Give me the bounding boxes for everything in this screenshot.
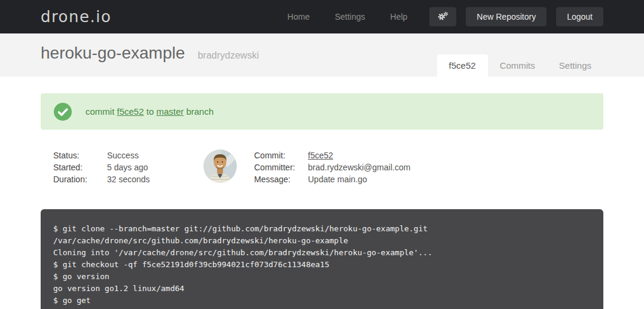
new-repository-button[interactable]: New Repository [466, 7, 547, 26]
build-success-banner: commit f5ce52 to master branch [41, 93, 603, 130]
repo-owner: bradrydzewski [198, 50, 259, 60]
started-label: Started: [53, 161, 107, 173]
commit-link[interactable]: f5ce52 [117, 106, 144, 117]
console-line: Cloning into '/var/cache/drone/src/githu… [53, 247, 591, 259]
started-row: Started:5 days ago [53, 161, 203, 173]
top-navbar: drone.io Home Settings Help New Reposito… [0, 0, 644, 33]
status-label: Status: [53, 149, 107, 161]
committer-label: Committer: [254, 161, 308, 173]
console-line: $ go version [53, 271, 591, 283]
commit-row: Commit:f5ce52 [254, 149, 410, 161]
banner-text-middle: to [144, 106, 157, 117]
banner-message: commit f5ce52 to master branch [86, 106, 213, 117]
console-line: $ go build [53, 307, 591, 309]
commit-info-column: Commit:f5ce52 Committer:brad.rydzewski@g… [254, 149, 410, 185]
console-line: $ git checkout -qf f5ce52191d0f39cb99402… [53, 259, 591, 271]
console-line: $ go get [53, 295, 591, 307]
main-content: commit f5ce52 to master branch Status:Su… [41, 93, 603, 309]
started-value: 5 days ago [107, 163, 148, 172]
committer-value: brad.rydzewski@gmail.com [308, 163, 410, 172]
branch-link[interactable]: master [156, 106, 184, 117]
tab-commits[interactable]: Commits [488, 54, 547, 77]
build-console-output[interactable]: $ git clone --branch=master git://github… [41, 209, 603, 309]
check-circle-icon [54, 103, 72, 121]
commit-sha-link[interactable]: f5ce52 [308, 151, 333, 160]
message-label: Message: [254, 173, 308, 185]
console-line: /var/cache/drone/src/github.com/bradrydz… [53, 235, 591, 247]
console-line: $ git clone --branch=master git://github… [53, 223, 591, 235]
duration-label: Duration: [53, 173, 107, 185]
duration-row: Duration:32 seconds [53, 173, 203, 185]
build-status-column: Status:Success Started:5 days ago Durati… [53, 149, 203, 185]
user-settings-button[interactable] [429, 7, 456, 26]
banner-text-suffix: branch [184, 106, 213, 117]
page-title: heroku-go-example [41, 44, 185, 62]
status-value: Success [107, 151, 139, 160]
console-line: go version go1.2 linux/amd64 [53, 283, 591, 295]
status-row: Status:Success [53, 149, 203, 161]
nav-link-home[interactable]: Home [288, 12, 310, 22]
repo-tabs: f5ce52 Commits Settings [437, 54, 603, 77]
drone-logo[interactable]: drone.io [41, 8, 111, 26]
commit-label: Commit: [254, 149, 308, 161]
logout-button[interactable]: Logout [556, 7, 603, 26]
nav-link-help[interactable]: Help [390, 12, 408, 22]
message-row: Message:Update main.go [254, 173, 410, 185]
tab-settings[interactable]: Settings [547, 54, 603, 77]
nav-link-settings[interactable]: Settings [335, 12, 365, 22]
banner-text-prefix: commit [86, 106, 117, 117]
committer-row: Committer:brad.rydzewski@gmail.com [254, 161, 410, 173]
duration-value: 32 seconds [107, 175, 150, 184]
build-details: Status:Success Started:5 days ago Durati… [41, 149, 603, 185]
gears-icon [438, 11, 448, 23]
repo-header: heroku-go-example bradrydzewski f5ce52 C… [0, 33, 644, 77]
committer-avatar [203, 149, 237, 183]
message-value: Update main.go [308, 175, 367, 184]
tab-commit-f5ce52[interactable]: f5ce52 [437, 54, 488, 77]
